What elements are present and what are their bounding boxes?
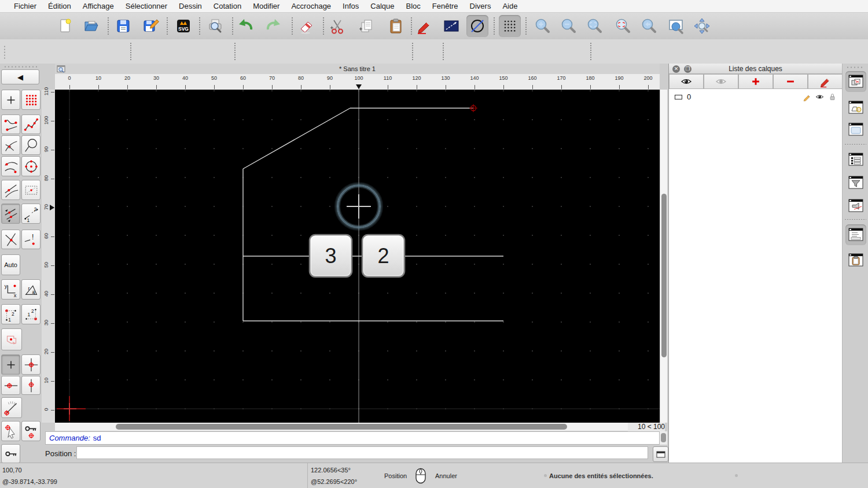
tool-point-single[interactable] — [1, 90, 20, 110]
panel-tab-filter[interactable] — [845, 172, 866, 193]
command-line[interactable]: Commande: sd — [45, 431, 660, 445]
document-tab-bar[interactable]: * Sans titre 1 — [55, 64, 660, 75]
zoom-page-button[interactable] — [665, 15, 687, 37]
drawing-canvas[interactable]: 32 — [55, 90, 660, 423]
zoom-window-button[interactable] — [583, 15, 605, 37]
layer-lock-icon[interactable] — [827, 92, 837, 102]
panel-tab-command[interactable] — [845, 224, 866, 245]
menu-item-bloc[interactable]: Bloc — [400, 0, 426, 13]
horizontal-scrollbar[interactable] — [55, 423, 628, 431]
menu-item-divers[interactable]: Divers — [464, 0, 497, 13]
print-preview-button[interactable] — [204, 15, 226, 37]
hruler-tick — [98, 85, 99, 89]
tool-lock-relative[interactable] — [1, 444, 20, 463]
svg-text:2: 2 — [31, 308, 34, 314]
panel-tab-blocks[interactable] — [845, 97, 866, 118]
horizontal-scrollbar-thumb[interactable] — [116, 424, 567, 430]
command-history-scrollbar[interactable] — [660, 431, 667, 445]
tool-box-diagonal[interactable] — [21, 180, 41, 200]
tool-corner-21[interactable]: 12 — [21, 304, 41, 324]
panel-tab-views[interactable] — [845, 149, 866, 170]
zoom-in-button[interactable] — [531, 15, 553, 37]
hruler-tick — [127, 85, 128, 89]
tool-exclaim-point[interactable]: ! — [21, 230, 41, 249]
zoom-previous-button[interactable] — [638, 15, 660, 37]
layer-edit-icon[interactable] — [802, 92, 812, 102]
tool-point-grid[interactable] — [21, 90, 41, 110]
svg-export-button[interactable]: SVG — [172, 15, 194, 37]
tool-coord-polar[interactable]: ra — [21, 279, 41, 300]
tool-tangent-fork[interactable] — [1, 135, 20, 155]
menu-item-cotation[interactable]: Cotation — [208, 0, 247, 13]
vertical-scrollbar-thumb[interactable] — [661, 194, 667, 357]
tool-auto[interactable]: Auto — [1, 254, 20, 275]
tool-circle-center[interactable] — [21, 156, 41, 176]
panel-tab-library[interactable] — [845, 119, 866, 140]
tool-snap-pointer[interactable] — [1, 421, 20, 441]
tool-coord-cartesian[interactable]: yx — [1, 279, 20, 300]
menu-item-fichier[interactable]: Fichier — [8, 0, 42, 13]
layer-visible-icon[interactable] — [815, 92, 825, 102]
panel-title-bar[interactable]: ✕ ❐ Liste des calques — [669, 64, 842, 74]
menu-item-selectionner[interactable]: Sélectionner — [120, 0, 173, 13]
tool-cross-point[interactable] — [1, 230, 20, 249]
draw-button[interactable] — [413, 15, 435, 37]
tool-snap-endpoint[interactable] — [21, 376, 41, 395]
vertical-scrollbar[interactable] — [660, 90, 667, 423]
panel-tab-projection[interactable] — [845, 195, 866, 216]
zoom-auto-button[interactable] — [691, 15, 713, 37]
menu-item-infos[interactable]: Infos — [337, 0, 365, 13]
undo-button[interactable] — [235, 15, 257, 37]
redo-button[interactable] — [262, 15, 284, 37]
open-button[interactable] — [80, 15, 102, 37]
tool-polyline[interactable] — [21, 114, 41, 134]
position-input[interactable] — [76, 446, 648, 459]
panel-tab-clipboard[interactable] — [845, 250, 866, 271]
menu-item-calque[interactable]: Calque — [365, 0, 400, 13]
grid-toggle-button[interactable] — [499, 15, 521, 37]
tool-snap-on-entity[interactable] — [1, 376, 20, 395]
add-layer-button[interactable] — [738, 74, 773, 89]
cut-button[interactable] — [326, 15, 348, 37]
new-file-button[interactable] — [54, 15, 76, 37]
tool-circle-loop[interactable] — [21, 135, 41, 155]
tool-seq-12[interactable]: 12 — [21, 204, 41, 224]
paste-button[interactable] — [385, 15, 407, 37]
toggle-others-button[interactable] — [704, 74, 738, 89]
circle-mode-button[interactable] — [466, 15, 488, 37]
tool-snap-free[interactable] — [1, 354, 20, 375]
tool-snap-lock-rel[interactable] — [21, 421, 41, 441]
menu-item-modifier[interactable]: Modifier — [247, 0, 285, 13]
menu-item-accrochage[interactable]: Accrochage — [285, 0, 337, 13]
tool-select-entity[interactable] — [1, 328, 22, 350]
edit-layer-button[interactable] — [808, 74, 843, 89]
menu-item-aide[interactable]: Aide — [496, 0, 523, 13]
palette-collapse-button[interactable]: ◀ — [1, 69, 39, 84]
menu-item-fenetre[interactable]: Fenêtre — [426, 0, 464, 13]
panel-tab-layers[interactable] — [845, 71, 866, 92]
tool-snap-angle[interactable] — [1, 397, 22, 418]
menu-item-dessin[interactable]: Dessin — [173, 0, 208, 13]
tool-corner-12[interactable]: 12 — [1, 304, 20, 324]
tool-arc-point[interactable] — [1, 156, 20, 176]
tool-snap-parallel[interactable] — [1, 204, 20, 224]
save-button[interactable] — [112, 15, 134, 37]
hruler-tick — [185, 85, 186, 89]
toggle-command-window-button[interactable] — [653, 446, 668, 462]
zoom-out-button[interactable] — [557, 15, 579, 37]
remove-layer-button[interactable] — [773, 74, 808, 89]
tool-snap-grid[interactable] — [21, 354, 41, 375]
tool-tangent-pair[interactable] — [1, 180, 20, 200]
delete-button[interactable] — [296, 15, 318, 37]
copy-button[interactable] — [355, 15, 377, 37]
menu-item-edition[interactable]: Édition — [42, 0, 77, 13]
menu-item-affichage[interactable]: Affichage — [77, 0, 120, 13]
show-all-layers-button[interactable] — [669, 74, 704, 89]
circletool-icon — [469, 17, 486, 35]
save-as-button[interactable] — [139, 15, 161, 37]
tool-spline[interactable] — [1, 114, 20, 134]
line-mode-button[interactable] — [440, 15, 462, 37]
layer-row[interactable]: 0 — [669, 90, 842, 103]
svg-text:1: 1 — [27, 217, 30, 222]
zoom-extents-button[interactable] — [612, 15, 634, 37]
